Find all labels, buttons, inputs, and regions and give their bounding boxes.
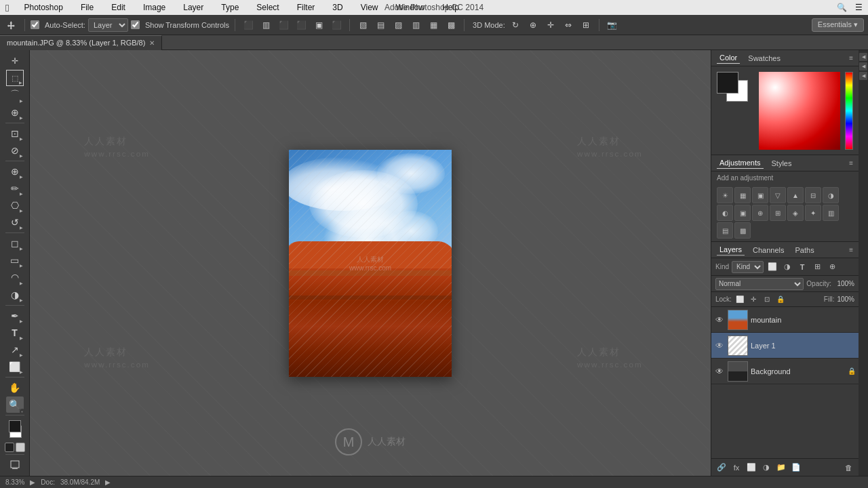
tool-lasso[interactable]: ⌒▶ (6, 87, 24, 103)
3d-camera-btn[interactable]: 📷 (605, 18, 620, 33)
align-right-btn[interactable]: ⬛ (276, 18, 291, 33)
color-gradient-box[interactable] (759, 72, 840, 150)
delete-layer-btn[interactable]: 🗑 (842, 462, 854, 474)
adj-brightness[interactable]: ☀ (717, 187, 733, 203)
color-panel-menu[interactable]: ≡ (849, 54, 853, 62)
dist-top-btn[interactable]: ▥ (408, 18, 423, 33)
tool-hand[interactable]: ✋ (6, 380, 24, 396)
tool-spot-heal[interactable]: ⊕▶ (6, 163, 24, 180)
color-hue-bar[interactable] (845, 72, 853, 150)
3d-scale-btn[interactable]: ⊞ (578, 18, 593, 33)
adj-color-lookup[interactable]: ⊞ (770, 205, 786, 221)
apple-menu[interactable]:  (5, 2, 9, 14)
align-left-btn[interactable]: ⬛ (241, 18, 256, 33)
layer-eye-background[interactable]: 👁 (714, 366, 725, 377)
status-arrow-btn[interactable]: ▶ (105, 479, 111, 486)
tool-type[interactable]: T▶ (6, 325, 24, 341)
tool-blur[interactable]: ◠▶ (6, 269, 24, 285)
layer-eye-layer1[interactable]: 👁 (714, 340, 725, 351)
adj-vibrance[interactable]: ▲ (787, 187, 804, 203)
align-center-h-btn[interactable]: ▥ (258, 18, 273, 33)
tool-crop[interactable]: ⊡▶ (6, 125, 24, 142)
lock-all-btn[interactable]: 🔒 (775, 294, 786, 305)
tool-gradient[interactable]: ▭▶ (6, 252, 24, 268)
tool-marquee[interactable]: ⬚▶ (6, 70, 24, 86)
tab-styles[interactable]: Styles (769, 158, 795, 169)
new-layer-btn[interactable]: 📄 (790, 462, 802, 474)
auto-select-checkbox[interactable] (31, 20, 39, 29)
layers-filter-adjust[interactable]: ◑ (781, 261, 793, 273)
add-mask-btn[interactable]: ⬜ (745, 462, 757, 474)
adj-gradient-map[interactable]: ▤ (717, 222, 733, 239)
menu-file[interactable]: File (78, 1, 96, 14)
opacity-value[interactable]: 100% (834, 280, 854, 287)
adj-color-balance[interactable]: ◑ (823, 187, 839, 203)
quick-mask-btn[interactable] (5, 443, 14, 452)
tab-color[interactable]: Color (717, 52, 740, 64)
standard-mode-btn[interactable] (16, 443, 25, 452)
layers-kind-select[interactable]: Kind (732, 261, 764, 273)
3d-roll-btn[interactable]: ⊕ (526, 18, 540, 33)
panel-toggle-bot[interactable]: ◀ (859, 72, 867, 80)
adj-exposure[interactable]: ▽ (770, 187, 786, 203)
tool-pen[interactable]: ✒▶ (6, 308, 24, 324)
doc-tab-close-btn[interactable]: ✕ (149, 39, 155, 47)
tool-history-brush[interactable]: ↺▶ (6, 214, 24, 230)
tool-color-swatches[interactable] (4, 420, 26, 441)
document-tab[interactable]: mountain.JPG @ 8.33% (Layer 1, RGB/8) ✕ (0, 35, 162, 50)
align-center-v-btn[interactable]: ▣ (311, 18, 326, 33)
tab-adjustments[interactable]: Adjustments (717, 157, 764, 169)
tab-layers[interactable]: Layers (717, 244, 745, 256)
layer-row-mountain[interactable]: 👁 mountain (711, 307, 859, 333)
tool-brush[interactable]: ✏▶ (6, 180, 24, 197)
show-transform-checkbox[interactable] (131, 20, 140, 29)
color-fg-swatch[interactable] (717, 72, 738, 94)
lock-position-btn[interactable]: ✛ (748, 294, 759, 305)
screen-mode-btn[interactable] (6, 457, 24, 473)
fill-value[interactable]: 100% (837, 296, 854, 303)
menu-image[interactable]: Image (140, 1, 168, 14)
tab-swatches[interactable]: Swatches (745, 53, 783, 64)
dist-center-btn[interactable]: ▤ (373, 18, 388, 33)
lock-artboard-btn[interactable]: ⊡ (762, 294, 772, 305)
adj-curves[interactable]: ▣ (752, 187, 768, 203)
dist-bottom-btn[interactable]: ▩ (443, 18, 458, 33)
layers-filter-pixel[interactable]: ⬜ (766, 261, 778, 273)
layer-eye-mountain[interactable]: 👁 (714, 314, 725, 325)
new-group-btn[interactable]: 📁 (775, 462, 787, 474)
3d-rotate-btn[interactable]: ↻ (508, 18, 523, 33)
tab-channels[interactable]: Channels (750, 245, 787, 256)
adjustments-menu[interactable]: ≡ (849, 159, 853, 167)
foreground-color-swatch[interactable] (9, 420, 21, 432)
tool-eyedropper[interactable]: ⊘▶ (6, 142, 24, 159)
layer-row-background[interactable]: 👁 Background 🔒 (711, 359, 859, 384)
adj-invert[interactable]: ◈ (787, 205, 804, 221)
tool-shape[interactable]: ⬜▶ (6, 359, 24, 375)
adj-threshold[interactable]: ▥ (823, 205, 839, 221)
blend-mode-select[interactable]: Normal (715, 278, 804, 290)
menu-view[interactable]: View (358, 1, 381, 14)
align-bottom-btn[interactable]: ⬛ (329, 18, 344, 33)
tool-stamp[interactable]: ⎔▶ (6, 197, 24, 214)
dist-mid-btn[interactable]: ▦ (426, 18, 441, 33)
menu-list-icon[interactable]: ☰ (855, 3, 863, 12)
menu-select[interactable]: Select (254, 1, 281, 14)
layers-filter-shape[interactable]: ⊞ (811, 261, 823, 273)
menu-photoshop[interactable]: Photoshop (21, 1, 65, 14)
adj-levels[interactable]: ▦ (734, 187, 751, 203)
tool-dodge[interactable]: ◑▶ (6, 287, 24, 303)
layers-filter-type[interactable]: T (796, 261, 808, 273)
adj-hue-sat[interactable]: ⊟ (805, 187, 821, 203)
search-icon[interactable]: 🔍 (837, 3, 847, 12)
tool-path-select[interactable]: ↗▶ (6, 342, 24, 358)
layer-row-layer1[interactable]: 👁 Layer 1 (711, 333, 859, 359)
tool-eraser[interactable]: ◻▶ (6, 235, 24, 251)
canvas-area[interactable]: 人人素材www.rrsc.com 人人素材www.rrsc.com 人人素材ww… (30, 50, 711, 476)
essentials-btn[interactable]: Essentials ▾ (812, 18, 864, 32)
menu-filter[interactable]: Filter (294, 1, 318, 14)
3d-slide-btn[interactable]: ⇔ (561, 18, 576, 33)
menu-layer[interactable]: Layer (180, 1, 206, 14)
add-effect-btn[interactable]: fx (730, 462, 743, 474)
tab-paths[interactable]: Paths (793, 245, 817, 256)
layers-panel-menu[interactable]: ≡ (849, 246, 853, 253)
